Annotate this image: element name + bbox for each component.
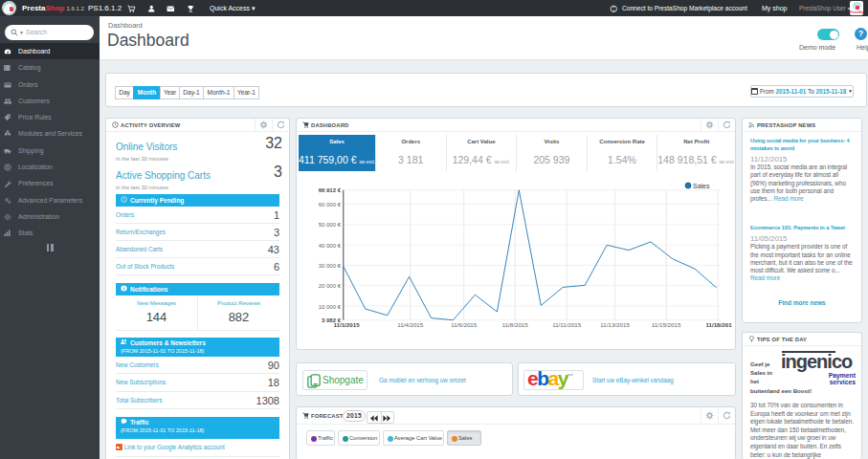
svg-text:66 912 €: 66 912 € (319, 187, 342, 193)
svg-text:10 000 €: 10 000 € (319, 304, 342, 310)
svg-text:11/11/2015: 11/11/2015 (552, 321, 582, 328)
svg-text:30 000 €: 30 000 € (319, 263, 342, 269)
svg-text:11/15/2015: 11/15/2015 (652, 321, 681, 328)
svg-text:Sales: Sales (693, 183, 710, 189)
svg-text:11/1/2015: 11/1/2015 (333, 321, 360, 328)
svg-text:40 000 €: 40 000 € (319, 243, 342, 249)
svg-text:50 000 €: 50 000 € (319, 222, 342, 228)
svg-text:20 000 €: 20 000 € (319, 283, 342, 289)
svg-text:11/8/2015: 11/8/2015 (502, 321, 529, 328)
svg-text:11/4/2015: 11/4/2015 (397, 321, 424, 328)
svg-text:60 000 €: 60 000 € (319, 202, 342, 208)
svg-text:11/6/2015: 11/6/2015 (451, 321, 478, 328)
svg-text:11/13/2015: 11/13/2015 (600, 321, 630, 328)
svg-text:11/18/201: 11/18/201 (705, 321, 732, 328)
